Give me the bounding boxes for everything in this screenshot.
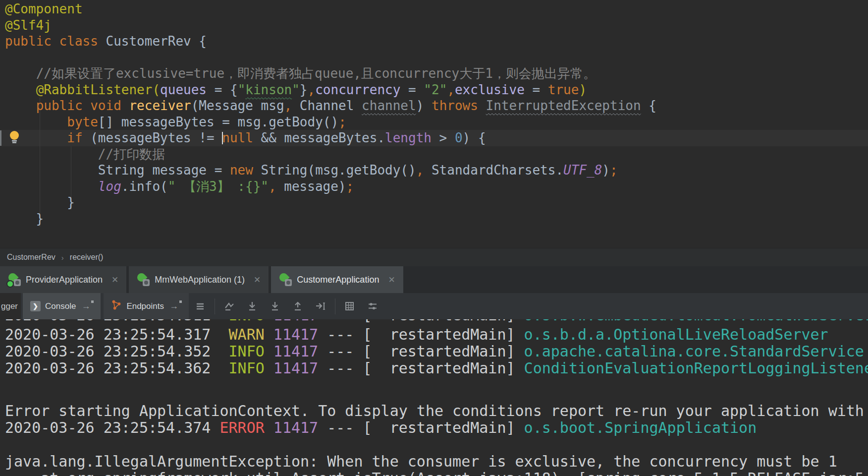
token: , <box>447 82 455 97</box>
token: o.s.b.w.embedded.tomcat.TomcatWebServer <box>524 319 868 324</box>
spring-boot-run-icon <box>8 273 21 286</box>
console-line: 2020-03-26 23:25:54.374 ERROR 11417 --- … <box>5 419 868 436</box>
token: @RabbitListener( <box>36 82 160 97</box>
token: //如果设置了exclusive=true，即消费者独占queue,且concu… <box>36 66 596 81</box>
token: --- [ restartedMain] <box>318 359 524 377</box>
debugger-tab-clipped[interactable]: gger <box>0 293 21 319</box>
code-line[interactable]: //如果设置了exclusive=true，即消费者独占queue,且concu… <box>5 65 868 82</box>
running-indicator <box>6 280 14 288</box>
scroll-to-caret-icon[interactable] <box>309 297 332 316</box>
tab-endpoints[interactable]: Endpoints → <box>104 293 189 319</box>
token: --- [ restartedMain] <box>318 326 524 343</box>
token <box>5 163 98 178</box>
token: 11417 <box>273 359 318 377</box>
down-stack-trace-icon[interactable] <box>241 297 264 316</box>
token: //打印数据 <box>98 147 165 162</box>
token: } <box>300 82 308 97</box>
console-line: 2020-03-26 23:25:54.317 WARN 11417 --- [… <box>5 326 868 343</box>
token: " 【消3】 :{}" <box>168 179 269 194</box>
code-line[interactable]: @Component <box>5 1 868 17</box>
token: 2020-03-26 23:25:54.374 <box>5 419 219 436</box>
token: @Slf4j <box>5 18 52 33</box>
token: } <box>5 211 44 226</box>
code-line[interactable]: if (messageBytes != null && messageBytes… <box>5 130 868 146</box>
token: StandardCharsets. <box>424 163 563 178</box>
jump-to-window-icon: → <box>169 301 178 311</box>
code-line[interactable]: //打印数据 <box>5 146 868 163</box>
code-line[interactable] <box>5 50 868 66</box>
soft-wrap-icon[interactable] <box>218 297 241 316</box>
code-line[interactable]: } <box>5 194 868 211</box>
code-line[interactable]: byte[] messageBytes = msg.getBody(); <box>5 114 868 130</box>
token: ConditionEvaluationReportLoggingListener <box>524 359 868 377</box>
code-line[interactable]: public void receiver(Message msg, Channe… <box>5 98 868 114</box>
token: o.s.boot.SpringApplication <box>524 419 757 436</box>
token: ) { <box>463 130 486 145</box>
token: ; <box>338 115 346 129</box>
console-line: java.lang.IllegalArgumentException: When… <box>5 453 868 470</box>
token: 11417 <box>273 343 318 360</box>
boot-icon <box>14 279 21 286</box>
breadcrumb-method[interactable]: receiver() <box>70 253 104 262</box>
run-tab-label: ProviderApplication <box>26 275 103 285</box>
token: 2020-03-26 23:25:54.352 <box>5 343 219 360</box>
token: concurrency <box>315 82 400 97</box>
run-tab-mmwebapplication-1-[interactable]: MmWebApplication (1)✕ <box>129 266 269 293</box>
run-tab-providerapplication[interactable]: ProviderApplication✕ <box>0 266 126 293</box>
breadcrumb-class[interactable]: CustomerRev <box>7 253 55 262</box>
code-line[interactable]: public class CustomerRev { <box>5 33 868 50</box>
token: , <box>308 82 316 97</box>
code-line[interactable]: String message = new String(msg.getBody(… <box>5 162 868 178</box>
token: exclusive <box>455 82 525 97</box>
token: message) <box>276 179 346 194</box>
run-tool-window-tabs: ProviderApplication✕MmWebApplication (1)… <box>0 266 868 293</box>
console-line: Error starting ApplicationContext. To di… <box>5 403 868 419</box>
toolbar-separator <box>335 298 335 314</box>
gutter-caret-mark <box>0 130 1 146</box>
run-tab-customerapplication[interactable]: CustomerApplication✕ <box>271 266 403 293</box>
up-stack-trace-icon[interactable] <box>286 297 309 316</box>
token: INFO <box>219 319 264 324</box>
token: new <box>230 163 261 178</box>
console-text: 2020-03-26 23:25:54.311 INFO 11417 --- [… <box>0 319 868 476</box>
grid-icon[interactable] <box>338 297 361 316</box>
filter-sliders-icon[interactable] <box>361 297 384 316</box>
code-line[interactable]: @RabbitListener(queues = {"kinson"},conc… <box>5 82 868 98</box>
token: @Component <box>5 1 83 16</box>
token: if <box>67 130 90 145</box>
tab-endpoints-label: Endpoints <box>126 301 164 311</box>
scroll-to-end-icon[interactable] <box>264 297 286 316</box>
jump-to-window-icon: → <box>81 301 90 311</box>
token: true <box>548 82 579 97</box>
token: "2" <box>424 82 447 97</box>
token: , <box>416 163 424 178</box>
token: , <box>269 179 276 194</box>
close-icon[interactable]: ✕ <box>111 275 118 285</box>
code-editor[interactable]: @Component@Slf4jpublic class CustomerRev… <box>0 0 868 248</box>
tab-console[interactable]: ❯ Console → <box>23 293 101 319</box>
menu-icon[interactable] <box>189 297 212 316</box>
breadcrumb: CustomerRev › receiver() <box>0 248 868 266</box>
spring-boot-run-icon <box>279 273 292 286</box>
token <box>5 98 36 113</box>
code-line[interactable]: } <box>5 211 868 227</box>
token: .info( <box>121 179 168 194</box>
run-tab-label: CustomerApplication <box>297 275 379 285</box>
intention-bulb-icon[interactable] <box>7 130 21 145</box>
code-line[interactable]: @Slf4j <box>5 17 868 34</box>
token: WARN <box>219 326 264 343</box>
close-icon[interactable]: ✕ <box>254 275 261 285</box>
code-line[interactable]: log.info(" 【消3】 :{}", message); <box>5 178 868 195</box>
token: ; <box>610 163 618 178</box>
token: , <box>284 98 292 113</box>
token: UTF_8 <box>563 163 602 178</box>
token: (messageBytes != <box>90 130 222 145</box>
token: public void <box>36 98 129 113</box>
close-icon[interactable]: ✕ <box>388 275 395 285</box>
token: INFO <box>219 359 264 377</box>
chevron-right-icon: › <box>61 253 64 262</box>
token: && messageBytes. <box>253 130 385 145</box>
tab-console-label: Console <box>45 301 76 311</box>
console-output[interactable]: 2020-03-26 23:25:54.311 INFO 11417 --- [… <box>0 319 868 476</box>
code-text[interactable]: @Component@Slf4jpublic class CustomerRev… <box>5 1 868 227</box>
